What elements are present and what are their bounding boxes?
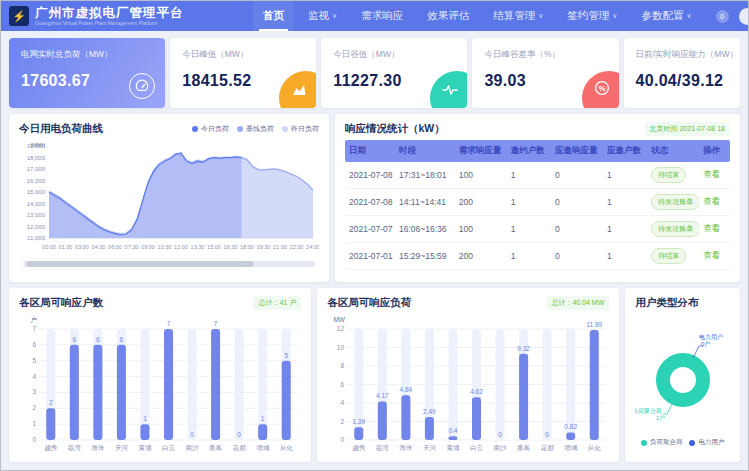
svg-text:16:30: 16:30	[224, 244, 238, 250]
column-header: 需求响应量	[455, 145, 507, 157]
svg-text:4.62: 4.62	[470, 388, 483, 395]
app-title: 广州市虚拟电厂管理平台	[35, 7, 184, 20]
table-row: 2021-07-0814:11~14:41200101待发送账单查看	[345, 189, 730, 216]
cell-invited: 1	[507, 224, 551, 234]
svg-text:从化: 从化	[280, 444, 294, 452]
svg-text:1.39: 1.39	[353, 418, 366, 425]
legend-item[interactable]: 基线负荷	[237, 124, 274, 134]
svg-text:增城: 增城	[255, 444, 270, 452]
svg-text:10: 10	[337, 344, 345, 351]
legend-item[interactable]: 负荷聚合商	[641, 438, 683, 447]
svg-text:0: 0	[190, 431, 194, 438]
svg-text:增城: 增城	[563, 444, 578, 452]
svg-text:17,000: 17,000	[27, 166, 46, 172]
column-header: 邀约户数	[507, 145, 551, 157]
nav-item-demand-response[interactable]: 需求响应	[351, 1, 413, 31]
status-badge: 待结算	[651, 167, 686, 183]
svg-text:白云: 白云	[470, 444, 484, 452]
chart-zoom-scrollbar[interactable]	[23, 261, 315, 267]
view-link[interactable]: 查看	[703, 169, 720, 179]
nav-item-evaluation[interactable]: 效果评估	[417, 1, 479, 31]
svg-text:13:30: 13:30	[191, 244, 205, 250]
households-total-badge: 总计：41 户	[253, 296, 301, 310]
district-load-panel: 各区局可响应负荷 总计：40.04 MW 024681012MW1.39越秀4.…	[317, 288, 619, 462]
user-type-legend: 负荷聚合商电力用户	[635, 438, 730, 447]
svg-text:18:00: 18:00	[240, 244, 254, 250]
column-header: 操作	[699, 145, 730, 157]
chevron-down-icon: ∨	[332, 12, 337, 20]
svg-text:黄埔: 黄埔	[138, 444, 152, 452]
cell-responded: 0	[551, 170, 603, 180]
svg-text:0: 0	[498, 431, 502, 438]
view-link[interactable]: 查看	[703, 196, 720, 206]
legend-item[interactable]: 电力用户	[689, 438, 724, 447]
svg-text:5: 5	[32, 357, 36, 364]
brand: ⚡ 广州市虚拟电厂管理平台 Guangzhou Virtual Power Pl…	[9, 6, 239, 26]
kpi-title: 日前/实时响应能力（MW）	[636, 49, 728, 61]
cell-period: 16:06~16:36	[395, 224, 455, 234]
user-type-donut-chart: 电力用户0户负荷聚合商1户	[635, 314, 730, 436]
svg-text:11,000: 11,000	[27, 235, 46, 241]
svg-text:黄埔: 黄埔	[447, 444, 461, 452]
cell-invited: 1	[507, 170, 551, 180]
svg-text:0: 0	[341, 436, 345, 443]
response-stats-panel: 响应情况统计（kW） 北京时间 2021-07-08 18 日期时段需求响应量邀…	[335, 114, 740, 282]
legend-item[interactable]: 昨日负荷	[282, 124, 319, 134]
cell-responded_users: 1	[603, 251, 647, 261]
view-link[interactable]: 查看	[703, 250, 720, 260]
svg-text:21:00: 21:00	[273, 244, 287, 250]
svg-text:从化: 从化	[588, 444, 602, 452]
svg-text:南沙: 南沙	[186, 444, 200, 452]
kpi-card-response-capability: 日前/实时响应能力（MW）40.04/39.12	[624, 38, 740, 108]
svg-text:0.4: 0.4	[449, 427, 458, 434]
svg-text:1: 1	[32, 420, 36, 427]
percent-icon: %	[594, 80, 610, 100]
cell-responded: 0	[551, 251, 603, 261]
legend-item[interactable]: 今日负荷	[192, 124, 229, 134]
kpi-title: 今日峰谷差率（%）	[484, 49, 606, 61]
scrollbar-thumb[interactable]	[26, 261, 254, 267]
kpi-value: 40.04/39.12	[636, 72, 728, 90]
svg-text:花都: 花都	[232, 444, 247, 452]
column-header: 时段	[395, 145, 455, 157]
nav-item-home[interactable]: 首页	[253, 1, 294, 31]
nav-item-monitor[interactable]: 监视∨	[298, 1, 347, 31]
view-link[interactable]: 查看	[703, 223, 720, 233]
cell-period: 14:11~14:41	[395, 197, 455, 207]
svg-text:22:30: 22:30	[290, 244, 304, 250]
district-load-title: 各区局可响应负荷	[327, 296, 411, 310]
nav-item-settlement[interactable]: 结算管理∨	[483, 1, 553, 31]
svg-text:4.84: 4.84	[400, 386, 413, 393]
svg-text:(MW): (MW)	[30, 142, 45, 148]
user-avatar[interactable]	[739, 8, 749, 25]
svg-text:4.17: 4.17	[376, 392, 389, 399]
legend-label: 昨日负荷	[291, 124, 319, 134]
nav-item-parameters[interactable]: 参数配置∨	[631, 1, 701, 31]
chevron-down-icon: ∨	[538, 12, 543, 20]
load-curve-legend: 今日负荷基线负荷昨日负荷	[192, 124, 319, 134]
svg-text:电力用户: 电力用户	[699, 333, 723, 341]
column-header: 日期	[345, 145, 395, 157]
svg-text:天河: 天河	[423, 444, 437, 452]
cell-responded_users: 1	[603, 197, 647, 207]
svg-text:11.89: 11.89	[586, 321, 602, 328]
brand-text: 广州市虚拟电厂管理平台 Guangzhou Virtual Power Plan…	[35, 7, 184, 26]
kpi-title: 今日谷值（MW）	[333, 49, 455, 61]
legend-dot-icon	[192, 126, 198, 132]
svg-text:15,000: 15,000	[27, 189, 46, 195]
notification-badge[interactable]: 0	[716, 10, 729, 23]
cell-demand: 200	[455, 197, 507, 207]
table-row: 2021-07-0817:31~18:01100101待结算查看	[345, 162, 730, 189]
svg-text:07:30: 07:30	[125, 244, 139, 250]
svg-text:13,000: 13,000	[27, 212, 46, 218]
cell-responded: 0	[551, 224, 603, 234]
table-row: 2021-07-0115:29~15:59200101待结算查看	[345, 243, 730, 270]
svg-text:3: 3	[32, 388, 36, 395]
load-curve-panel: 今日用电负荷曲线 今日负荷基线负荷昨日负荷 19,00018,00017,000…	[9, 114, 329, 282]
nav-item-contract[interactable]: 签约管理∨	[557, 1, 627, 31]
beijing-time-badge: 北京时间 2021-07-08 18	[645, 122, 730, 136]
svg-text:番禺: 番禺	[209, 444, 222, 452]
cell-date: 2021-07-01	[345, 251, 395, 261]
svg-text:6: 6	[120, 336, 124, 343]
svg-text:天河: 天河	[115, 444, 129, 452]
